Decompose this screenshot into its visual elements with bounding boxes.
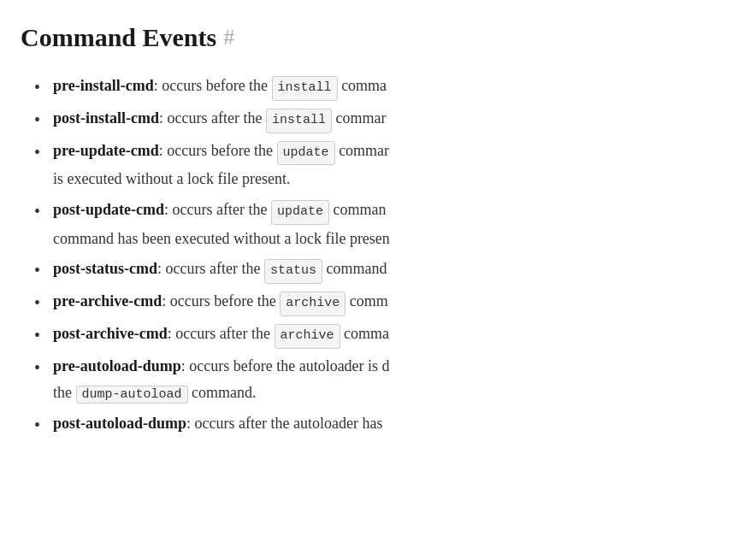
event-desc: : occurs after the autoloader has xyxy=(186,411,382,437)
continuation-text: is executed without a lock file present. xyxy=(53,167,735,192)
continuation-text: the dump-autoload command. xyxy=(53,380,735,406)
event-desc: comma xyxy=(338,74,387,99)
inline-code: dump-autoload xyxy=(76,386,188,404)
inline-code: install xyxy=(272,76,338,101)
event-desc: : occurs before the xyxy=(162,289,280,315)
inline-code: install xyxy=(266,109,332,133)
anchor-icon: # xyxy=(223,20,234,56)
list-item: pre-install-cmd : occurs before the inst… xyxy=(29,74,735,101)
page-title: Command Events # xyxy=(21,17,735,58)
list-item: post-update-cmd : occurs after the updat… xyxy=(29,197,735,251)
event-name: post-archive-cmd xyxy=(53,321,168,347)
event-list: pre-install-cmd : occurs before the inst… xyxy=(21,74,735,437)
event-desc: : occurs before the xyxy=(154,74,272,99)
event-desc: commar xyxy=(335,138,389,164)
event-name: post-autoload-dump xyxy=(53,411,186,437)
event-desc: : occurs before the xyxy=(159,138,277,164)
list-item: post-archive-cmd : occurs after the arch… xyxy=(29,321,735,349)
event-name: pre-update-cmd xyxy=(53,138,159,164)
inline-code: update xyxy=(277,141,335,166)
list-item: pre-autoload-dump : occurs before the au… xyxy=(29,354,735,406)
event-name: post-update-cmd xyxy=(53,197,164,223)
event-desc: : occurs before the autoloader is d xyxy=(181,354,390,380)
title-text: Command Events xyxy=(21,17,216,58)
list-item: post-install-cmd : occurs after the inst… xyxy=(29,106,735,133)
event-name: post-status-cmd xyxy=(53,256,157,282)
list-item: post-status-cmd : occurs after the statu… xyxy=(29,256,735,284)
event-desc: : occurs after the xyxy=(164,197,271,223)
event-name: pre-install-cmd xyxy=(53,74,154,99)
continuation-text: command has been executed without a lock… xyxy=(53,227,735,252)
event-name: pre-autoload-dump xyxy=(53,354,181,380)
event-name: pre-archive-cmd xyxy=(53,289,162,315)
inline-code: archive xyxy=(280,292,346,316)
event-desc: : occurs after the xyxy=(157,256,264,282)
event-desc: comman xyxy=(329,197,386,223)
event-desc: comma xyxy=(340,321,389,347)
inline-code: archive xyxy=(275,324,340,349)
list-item: pre-archive-cmd : occurs before the arch… xyxy=(29,289,735,316)
event-desc: command xyxy=(322,256,387,282)
event-desc: commar xyxy=(332,106,386,132)
event-desc: : occurs after the xyxy=(159,106,266,132)
list-item: pre-update-cmd : occurs before the updat… xyxy=(29,138,735,192)
event-name: post-install-cmd xyxy=(53,106,159,132)
event-desc: : occurs after the xyxy=(168,321,275,347)
event-desc: comm xyxy=(346,289,388,315)
inline-code: status xyxy=(264,259,322,284)
list-item: post-autoload-dump : occurs after the au… xyxy=(29,411,735,437)
inline-code: update xyxy=(271,200,329,225)
